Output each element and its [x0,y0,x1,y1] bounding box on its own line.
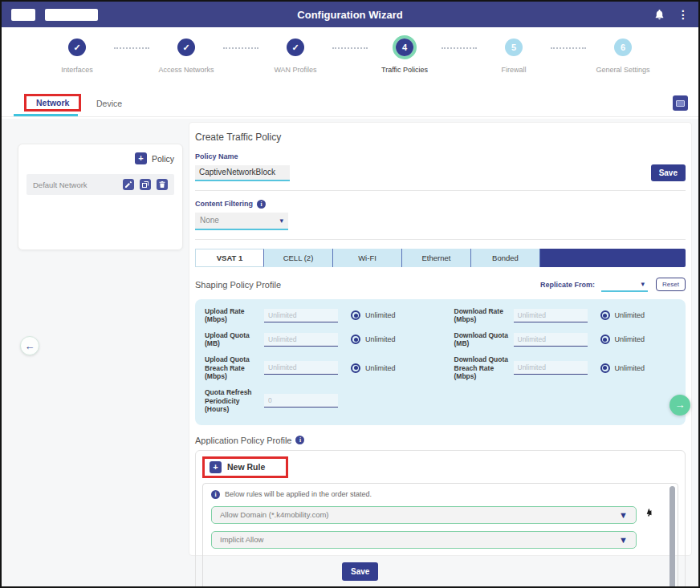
bottom-save-button[interactable]: Save [342,562,378,581]
add-policy-button[interactable]: + Policy [26,152,174,164]
step-check-icon: ✓ [68,39,86,56]
new-rule-button[interactable]: + New Rule [210,461,265,473]
tab-bonded[interactable]: Bonded [471,249,540,267]
plus-icon: + [135,152,147,164]
step-number: 5 [505,39,523,56]
chevron-down-icon: ▼ [619,535,628,545]
app-header: Configuration Wizard ⋮ [2,2,698,27]
download-column: Download Rate (Mbps) Unlimited Download … [454,307,677,414]
plus-icon: + [210,461,222,473]
download-breach-input[interactable] [514,361,588,375]
brand-placeholder [45,9,98,21]
step-firewall[interactable]: 5 Firewall [477,39,551,90]
download-quota-row: Download Quota (MB) Unlimited [454,331,677,348]
panel-title: Create Traffic Policy [195,132,686,143]
upload-rate-row: Upload Rate (Mbps) Unlimited [205,307,427,324]
policies-list-panel: + Policy Default Network [18,144,183,250]
rules-info-text: Below rules will be applied in the order… [225,490,372,498]
save-button[interactable]: Save [651,164,686,181]
info-icon[interactable]: i [257,200,266,209]
step-connector [332,47,368,90]
step-general-settings[interactable]: 6 General Settings [586,39,660,90]
quota-refresh-row: Quota Refresh Periodicity (Hours) [205,388,427,414]
radio-selected-icon[interactable] [351,335,360,344]
radio-selected-icon[interactable] [600,310,610,320]
policy-name-label: Policy Name [195,152,290,160]
tabbar-filler [540,249,686,267]
mouse-cursor [646,508,654,522]
network-device-tabbar: Network Device [2,90,698,117]
next-arrow-button[interactable]: → [669,395,690,416]
divider [195,239,686,240]
tab-network[interactable]: Network [24,94,81,112]
policy-name-group: Policy Name [195,152,290,181]
upload-quota-row: Upload Quota (MB) Unlimited [205,331,427,348]
content-filtering-label: Content Filtering [195,200,253,208]
step-connector [442,47,477,90]
radio-selected-icon[interactable] [351,310,360,320]
info-icon[interactable]: i [295,436,304,444]
step-wan-profiles[interactable]: ✓ WAN Profiles [258,39,332,90]
upload-quota-input[interactable] [264,333,338,347]
radio-selected-icon[interactable] [600,335,610,344]
back-arrow-button[interactable]: ← [20,336,39,355]
page-title: Configuration Wizard [2,9,698,21]
replicate-from-label: Replicate From: [540,281,595,289]
replicate-from-select[interactable]: ▾ [601,278,648,292]
download-quota-input[interactable] [514,333,588,347]
step-number: 6 [614,39,632,56]
rules-outer-box: + New Rule i Below rules will be applied… [195,450,686,588]
interface-tabbar: VSAT 1 CELL (2) Wi-FI Ethernet Bonded [195,249,686,267]
edit-pencil-icon[interactable] [123,179,134,190]
reset-button[interactable]: Reset [656,278,686,291]
chevron-down-icon: ▼ [619,510,628,520]
create-traffic-policy-panel: Create Traffic Policy Policy Name Save C… [189,122,692,556]
rule-dropdown-allow-domain[interactable]: Allow Domain (*.k4mobility.com) ▼ [211,506,637,524]
rule-dropdown-implicit-allow[interactable]: Implicit Allow ▼ [211,531,637,549]
active-tab-underline [14,114,78,116]
radio-selected-icon[interactable] [600,363,610,373]
shaping-policy-title: Shaping Policy Profile [195,280,281,290]
content-filtering-select[interactable]: None ▾ [195,213,288,230]
step-connector [223,47,258,90]
kebab-menu-icon[interactable]: ⋮ [678,9,689,20]
tab-ethernet[interactable]: Ethernet [402,249,471,267]
upload-column: Upload Rate (Mbps) Unlimited Upload Quot… [205,307,427,414]
step-interfaces[interactable]: ✓ Interfaces [40,39,114,90]
wizard-stepper: ✓ Interfaces ✓ Access Networks ✓ WAN Pro… [2,27,698,90]
expand-panel-icon[interactable] [673,95,688,111]
step-connector [551,47,586,90]
upload-rate-input[interactable] [264,309,338,322]
logo-placeholder [11,9,35,21]
tab-device[interactable]: Device [96,99,122,108]
step-traffic-policies[interactable]: 4 Traffic Policies [368,39,442,90]
shaping-fields-panel: Upload Rate (Mbps) Unlimited Upload Quot… [195,299,686,425]
copy-icon[interactable] [140,179,151,190]
info-icon: i [211,490,220,499]
policy-name-input[interactable] [195,165,290,181]
tab-vsat1[interactable]: VSAT 1 [195,249,264,267]
tab-cell[interactable]: CELL (2) [264,249,333,267]
application-policy-title: Application Policy Profile [195,436,291,445]
delete-trash-icon[interactable] [157,179,168,190]
step-access-networks[interactable]: ✓ Access Networks [149,39,223,90]
quota-refresh-input[interactable] [264,394,338,408]
rules-list-box: i Below rules will be applied in the ord… [202,483,678,588]
step-connector [114,47,149,90]
new-rule-annotation-box: + New Rule [202,456,288,478]
download-rate-input[interactable] [514,309,588,322]
scrollbar[interactable] [669,486,675,588]
step-number: 4 [396,39,413,56]
download-rate-row: Download Rate (Mbps) Unlimited [454,307,677,324]
step-check-icon: ✓ [287,39,304,56]
content-area: + Policy Default Network ← Create Traffi… [2,119,698,586]
divider [195,190,686,191]
chevron-down-icon: ▾ [279,217,283,225]
download-breach-row: Download Quota Breach Rate (Mbps) Unlimi… [454,355,677,381]
radio-selected-icon[interactable] [351,363,360,373]
upload-breach-input[interactable] [264,361,338,375]
policy-list-item[interactable]: Default Network [26,174,174,195]
notifications-bell-icon[interactable] [654,9,665,20]
step-check-icon: ✓ [177,39,195,56]
tab-wifi[interactable]: Wi-FI [333,249,402,267]
